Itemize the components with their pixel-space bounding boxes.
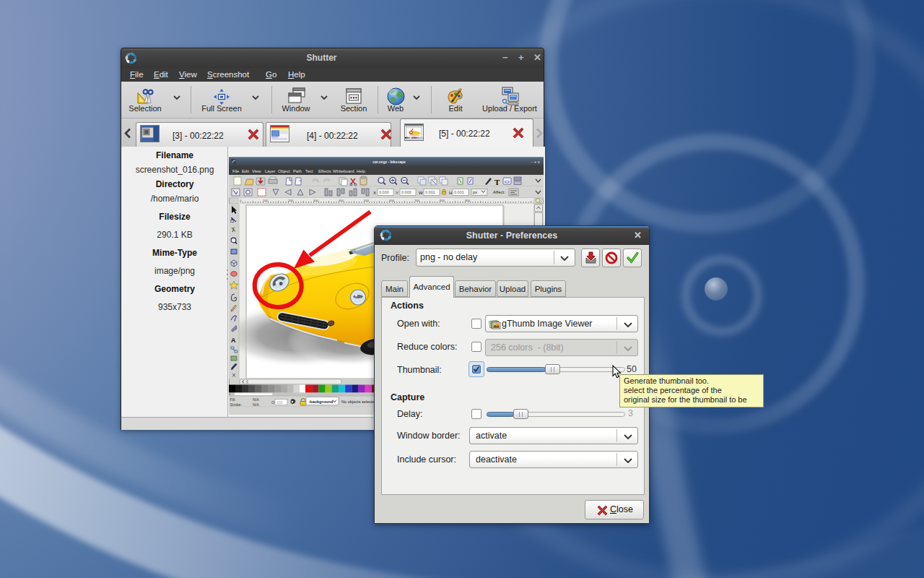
svg-text:N/A: N/A bbox=[253, 402, 259, 407]
svg-text:W: W bbox=[419, 191, 423, 195]
svg-text:car.svgz - Inkscape: car.svgz - Inkscape bbox=[372, 160, 406, 164]
svg-text:<>: <> bbox=[505, 179, 510, 184]
svg-text:100: 100 bbox=[263, 199, 269, 202]
svg-text:0.001: 0.001 bbox=[425, 190, 435, 194]
svg-text:Text: Text bbox=[305, 169, 313, 173]
svg-text:Help: Help bbox=[357, 169, 365, 173]
svg-text:N/A: N/A bbox=[253, 397, 259, 402]
svg-text:200: 200 bbox=[288, 199, 294, 202]
svg-text:Affect:: Affect: bbox=[493, 190, 505, 194]
svg-text:100: 100 bbox=[276, 400, 283, 405]
svg-text:H: H bbox=[449, 191, 452, 195]
svg-text:900: 900 bbox=[465, 199, 471, 202]
svg-text:600: 600 bbox=[389, 199, 395, 202]
svg-text:400: 400 bbox=[339, 199, 344, 202]
svg-text:File: File bbox=[232, 169, 239, 173]
svg-text:View: View bbox=[252, 169, 261, 173]
svg-text:Whiteboard: Whiteboard bbox=[333, 169, 354, 173]
svg-text:300: 300 bbox=[313, 199, 319, 202]
svg-text:T: T bbox=[494, 178, 500, 186]
svg-text:-background: -background bbox=[309, 400, 334, 404]
svg-text:0.000: 0.000 bbox=[401, 190, 411, 194]
svg-text:Object: Object bbox=[278, 169, 290, 173]
svg-text:- + x: - + x bbox=[531, 160, 540, 164]
svg-text:800: 800 bbox=[440, 199, 445, 202]
svg-text:0.000: 0.000 bbox=[379, 190, 389, 194]
svg-text:A: A bbox=[231, 337, 236, 344]
svg-text:Layer: Layer bbox=[265, 169, 276, 173]
svg-text:0.001: 0.001 bbox=[454, 190, 464, 194]
svg-text:Stroke:: Stroke: bbox=[230, 402, 242, 407]
svg-text:X: X bbox=[373, 191, 376, 195]
svg-text:Y: Y bbox=[396, 191, 398, 195]
svg-text:Edit: Edit bbox=[242, 169, 249, 173]
svg-text:Path: Path bbox=[293, 169, 302, 173]
svg-text:500: 500 bbox=[364, 199, 370, 202]
svg-text:Fill:: Fill: bbox=[230, 397, 236, 402]
svg-text:700: 700 bbox=[414, 199, 420, 202]
svg-text:Effects: Effects bbox=[318, 169, 331, 173]
svg-text:px: px bbox=[473, 190, 477, 194]
